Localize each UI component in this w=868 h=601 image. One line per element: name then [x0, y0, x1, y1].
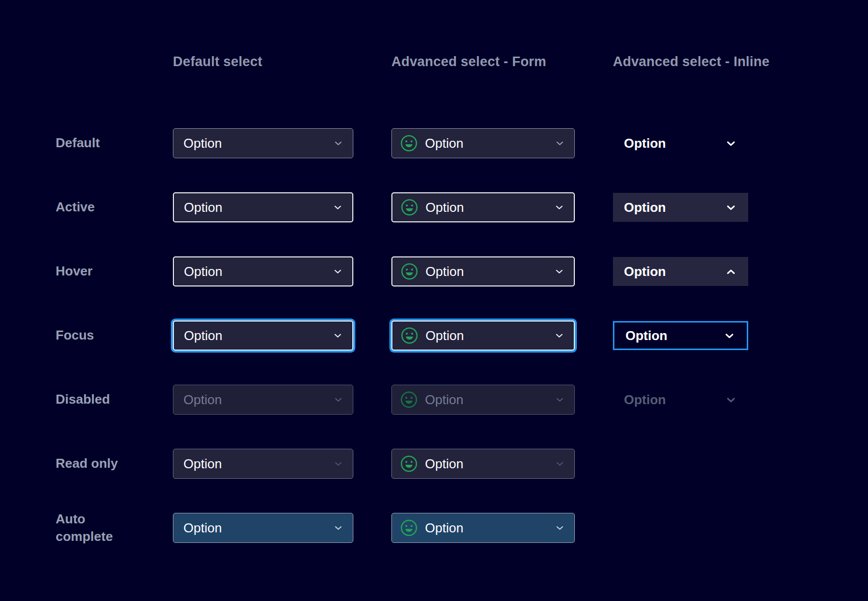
selected-option-label: Option — [425, 392, 547, 408]
advanced-form-select-readonly-state[interactable]: Option — [391, 449, 575, 479]
inline-select-focus-state[interactable]: Option — [613, 321, 748, 350]
selected-option-label: Option — [425, 520, 547, 536]
selected-option-label: Option — [425, 200, 547, 215]
chevron-down-icon — [333, 522, 344, 533]
selected-option-label: Option — [624, 392, 725, 408]
selected-option-label: Option — [183, 520, 326, 536]
smiley-face-icon — [400, 134, 418, 152]
selected-option-label: Option — [184, 328, 325, 344]
smiley-face-icon — [400, 327, 418, 345]
chevron-down-icon — [554, 266, 565, 277]
chevron-down-icon — [333, 138, 344, 149]
chevron-down-icon — [554, 522, 565, 533]
chevron-down-icon — [332, 330, 343, 341]
selected-option-label: Option — [184, 200, 325, 215]
advanced-form-select-disabled-state: Option — [391, 385, 575, 415]
default-select-disabled-state: Option — [173, 385, 353, 415]
chevron-down-icon — [554, 394, 565, 405]
default-select-hover-state[interactable]: Option — [173, 256, 353, 286]
chevron-down-icon — [554, 138, 565, 149]
selected-option-label: Option — [425, 136, 547, 151]
selected-option-label: Option — [425, 328, 547, 344]
default-select-active-state[interactable]: Option — [173, 192, 353, 222]
selected-option-label: Option — [624, 264, 725, 279]
default-select-readonly-state[interactable]: Option — [173, 449, 353, 479]
inline-select-hover-state[interactable]: Option — [613, 257, 748, 286]
column-header-default-select: Default select — [173, 54, 353, 70]
selected-option-label: Option — [183, 392, 326, 408]
advanced-form-select-autocomplete-state[interactable]: Option — [391, 513, 575, 543]
selected-option-label: Option — [425, 456, 547, 472]
row-label-default: Default — [56, 134, 135, 152]
chevron-down-icon — [554, 458, 565, 469]
advanced-form-select-focus-state[interactable]: Option — [391, 321, 575, 351]
smiley-face-icon — [400, 455, 418, 473]
chevron-down-icon — [332, 202, 343, 213]
selected-option-label: Option — [624, 136, 725, 151]
row-label-focus: Focus — [56, 327, 135, 344]
row-label-hover: Hover — [56, 262, 135, 280]
column-header-advanced-inline: Advanced select - Inline — [613, 54, 748, 70]
inline-select-active-state[interactable]: Option — [613, 193, 748, 222]
smiley-face-icon — [400, 262, 418, 280]
smiley-face-icon — [400, 519, 418, 537]
row-label-active: Active — [56, 198, 135, 216]
selected-option-label: Option — [183, 136, 326, 151]
column-header-advanced-form: Advanced select - Form — [391, 54, 575, 70]
selected-option-label: Option — [183, 456, 326, 472]
smiley-face-icon — [400, 198, 418, 216]
chevron-down-icon — [723, 330, 736, 342]
chevron-down-icon — [333, 458, 344, 469]
selected-option-label: Option — [184, 264, 325, 279]
selected-option-label: Option — [425, 264, 547, 279]
default-select-focus-state[interactable]: Option — [173, 321, 353, 351]
inline-select-default-state[interactable]: Option — [613, 129, 748, 158]
inline-select-disabled-state: Option — [613, 385, 748, 414]
chevron-down-icon — [725, 137, 737, 150]
advanced-form-select-hover-state[interactable]: Option — [391, 256, 575, 286]
chevron-up-icon — [725, 265, 737, 278]
default-select-autocomplete-state[interactable]: Option — [173, 513, 353, 543]
default-select-default-state[interactable]: Option — [173, 128, 353, 158]
chevron-down-icon — [725, 394, 737, 406]
advanced-form-select-default-state[interactable]: Option — [391, 128, 575, 158]
chevron-down-icon — [554, 330, 565, 341]
chevron-down-icon — [333, 394, 344, 405]
row-label-read-only: Read only — [56, 455, 135, 472]
chevron-down-icon — [725, 201, 737, 214]
select-states-matrix: Default select Advanced select - Form Ad… — [0, 0, 868, 560]
chevron-down-icon — [332, 266, 343, 277]
chevron-down-icon — [554, 202, 565, 213]
row-label-disabled: Disabled — [56, 391, 135, 408]
smiley-face-icon — [400, 391, 418, 409]
row-label-auto-complete: Auto complete — [56, 510, 135, 545]
selected-option-label: Option — [625, 328, 723, 344]
selected-option-label: Option — [624, 200, 725, 215]
advanced-form-select-active-state[interactable]: Option — [391, 192, 575, 222]
